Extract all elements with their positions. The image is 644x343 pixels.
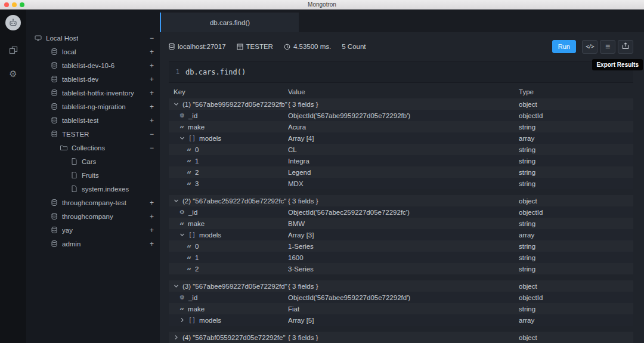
- tree-item-throughcompany[interactable]: throughcompany+: [26, 209, 160, 223]
- chevron-right-icon[interactable]: [179, 317, 185, 323]
- value-cell: { 3 fields }: [288, 334, 519, 341]
- result-row[interactable]: “makeAcurastring: [169, 121, 633, 132]
- key-text: 0: [195, 146, 199, 153]
- expand-toggle[interactable]: +: [150, 116, 154, 125]
- result-row[interactable]: (2) "567abec259227d05e72292fc"{ 3 fields…: [169, 195, 633, 206]
- chevron-down-icon[interactable]: [179, 232, 185, 237]
- result-row[interactable]: “2Legendstring: [169, 166, 633, 178]
- tree-item-cars[interactable]: Cars: [26, 154, 160, 168]
- array-brackets-icon: []: [188, 317, 196, 323]
- key-cell: “2: [169, 169, 288, 176]
- chevron-down-icon[interactable]: [174, 101, 179, 107]
- tree-item-local-host[interactable]: Local Host−: [26, 31, 160, 45]
- tree-item-tablelist-hotfix-inventory[interactable]: tablelist-hotfix-inventory+: [26, 86, 160, 100]
- key-text: make: [188, 220, 205, 227]
- close-window-button[interactable]: [4, 2, 9, 7]
- document-group: (3) "567abee959227d05e72292fd"{ 3 fields…: [169, 280, 633, 326]
- tree-item-local[interactable]: local+: [26, 45, 160, 58]
- tree-item-system-indexes[interactable]: system.indexes: [26, 182, 160, 196]
- tree-item-tablelist-test[interactable]: tablelist-test+: [26, 113, 160, 127]
- result-row[interactable]: “makeFiatstring: [169, 303, 633, 314]
- tree-item-label: Local Host: [46, 35, 78, 42]
- tree-item-collections[interactable]: Collections−: [26, 141, 160, 154]
- tree-item-label: tablelist-test: [62, 117, 98, 124]
- result-row[interactable]: (1) "567abe9959227d05e72292fb"{ 3 fields…: [169, 98, 633, 110]
- result-row[interactable]: “1Integrastring: [169, 155, 633, 166]
- connection-tree: Local Host−local+tablelist-dev-10-6+tabl…: [26, 31, 160, 251]
- window-title: Mongotron: [0, 1, 644, 8]
- value-cell: Array [3]: [288, 231, 519, 239]
- result-row[interactable]: (4) "567abf0559227d05e72292fe"{ 3 fields…: [169, 332, 633, 343]
- tree-item-tablelist-dev[interactable]: tablelist-dev+: [26, 72, 160, 86]
- key-cell: “0: [169, 146, 288, 153]
- run-button[interactable]: Run: [552, 40, 576, 53]
- connections-icon[interactable]: [9, 46, 18, 55]
- expand-toggle[interactable]: +: [150, 48, 154, 56]
- collapse-toggle[interactable]: −: [150, 34, 154, 42]
- collapse-toggle[interactable]: −: [150, 130, 154, 138]
- expand-toggle[interactable]: +: [150, 75, 154, 84]
- collection-file-icon: [70, 172, 78, 178]
- key-text: 3: [195, 180, 199, 187]
- export-icon: [622, 42, 629, 51]
- tree-item-yay[interactable]: yay+: [26, 223, 160, 237]
- result-row[interactable]: “11600string: [169, 252, 633, 263]
- expand-toggle[interactable]: +: [150, 61, 154, 70]
- list-view-button[interactable]: ≡: [600, 40, 615, 54]
- expand-toggle[interactable]: +: [150, 240, 154, 248]
- query-editor[interactable]: 1 db.cars.find(): [169, 61, 633, 83]
- column-header-type: Type: [519, 88, 633, 95]
- database-icon: [50, 103, 58, 110]
- main-content: db.cars.find() localhost:27017 TESTER: [160, 10, 644, 343]
- value-cell: Acura: [288, 123, 519, 131]
- tree-item-label: Collections: [72, 144, 105, 152]
- tree-item-throughcompany-test[interactable]: throughcompany-test+: [26, 196, 160, 209]
- result-row[interactable]: ⚙_idObjectId('567abe9959227d05e72292fb')…: [169, 110, 633, 121]
- minimize-window-button[interactable]: [12, 2, 17, 7]
- chevron-down-icon[interactable]: [174, 198, 179, 203]
- tree-item-tablelist-ng-migration[interactable]: tablelist-ng-migration+: [26, 100, 160, 113]
- result-row[interactable]: []modelsArray [5]array: [169, 314, 633, 326]
- result-row[interactable]: “0CLstring: [169, 144, 633, 155]
- export-button[interactable]: [618, 40, 633, 54]
- document-group: (1) "567abe9959227d05e72292fb"{ 3 fields…: [169, 98, 633, 189]
- tree-item-tablelist-dev-10-6[interactable]: tablelist-dev-10-6+: [26, 58, 160, 72]
- tab-db-cars-find[interactable]: db.cars.find(): [160, 13, 299, 32]
- quote-icon: “: [187, 257, 191, 259]
- query-time: 4.53500 ms.: [284, 43, 331, 50]
- key-cell: ⚙_id: [169, 112, 288, 119]
- type-cell: object: [519, 101, 633, 108]
- chevron-right-icon[interactable]: [174, 335, 179, 340]
- code-view-button[interactable]: </>: [582, 40, 597, 54]
- result-row[interactable]: “23-Seriesstring: [169, 263, 633, 274]
- result-row[interactable]: []modelsArray [4]array: [169, 132, 633, 144]
- database-text: TESTER: [246, 43, 273, 50]
- activity-bar: ⚙: [0, 10, 26, 343]
- chevron-down-icon[interactable]: [174, 283, 179, 289]
- query-info-bar: localhost:27017 TESTER 4.53500 ms. 5 Cou…: [160, 32, 644, 61]
- expand-toggle[interactable]: +: [150, 199, 154, 207]
- database-icon: [50, 227, 58, 233]
- result-row[interactable]: []modelsArray [3]array: [169, 229, 633, 240]
- expand-toggle[interactable]: +: [150, 103, 154, 111]
- result-row[interactable]: “01-Seriesstring: [169, 240, 633, 252]
- tree-item-tester[interactable]: TESTER−: [26, 127, 160, 141]
- expand-toggle[interactable]: +: [150, 89, 154, 97]
- tree-item-admin[interactable]: admin+: [26, 237, 160, 251]
- tree-item-label: system.indexes: [82, 186, 129, 193]
- result-row[interactable]: “3MDXstring: [169, 178, 633, 189]
- chevron-down-icon[interactable]: [179, 135, 185, 141]
- type-cell: string: [519, 146, 633, 153]
- collapse-toggle[interactable]: −: [150, 144, 154, 152]
- expand-toggle[interactable]: +: [150, 226, 154, 234]
- result-row[interactable]: ⚙_idObjectId('567abee959227d05e72292fd')…: [169, 292, 633, 303]
- zoom-window-button[interactable]: [20, 2, 24, 7]
- tree-item-fruits[interactable]: Fruits: [26, 168, 160, 182]
- expand-toggle[interactable]: +: [150, 212, 154, 221]
- result-row[interactable]: ⚙_idObjectId('567abec259227d05e72292fc')…: [169, 206, 633, 218]
- type-cell: string: [519, 180, 633, 187]
- result-row[interactable]: “makeBMWstring: [169, 218, 633, 229]
- settings-gear-icon[interactable]: ⚙: [9, 69, 17, 78]
- gear-icon: ⚙: [179, 209, 185, 215]
- result-row[interactable]: (3) "567abee959227d05e72292fd"{ 3 fields…: [169, 280, 633, 292]
